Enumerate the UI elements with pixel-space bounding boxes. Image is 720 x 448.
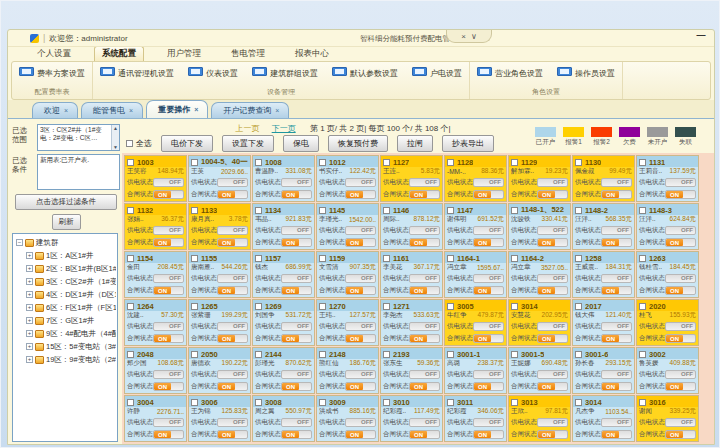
ribbon-button-建筑群组设置[interactable]: 建筑群组设置 <box>251 65 319 81</box>
tree-root[interactable]: −建筑群 <box>16 236 116 249</box>
select-all-control[interactable]: 全选 <box>126 138 152 149</box>
supply-toggle-off[interactable]: OFF <box>217 226 248 235</box>
tree-item[interactable]: +3区：C区2#井（1#变… <box>16 275 116 288</box>
supply-toggle-off[interactable]: OFF <box>153 178 184 187</box>
doc-tab-重要操作[interactable]: 重要操作× <box>146 100 208 118</box>
meter-checkbox[interactable] <box>127 207 134 214</box>
meter-card[interactable]: 1148-3汪洋..624.84元供电状态OFF合闸状态ON <box>636 203 699 250</box>
close-toggle-on[interactable]: ON <box>153 190 184 199</box>
meter-checkbox[interactable] <box>191 159 198 166</box>
ribbon-button-户电设置[interactable]: 户电设置 <box>411 65 463 81</box>
supply-toggle-off[interactable]: OFF <box>345 322 376 331</box>
meter-card[interactable]: 1265张紫珊199.29元供电状态OFF合闸状态ON <box>188 299 251 346</box>
chevron-down-icon[interactable]: ∨ <box>471 32 477 41</box>
expand-icon[interactable]: + <box>26 265 33 272</box>
close-toggle-on[interactable]: ON <box>537 238 568 247</box>
meter-card[interactable]: 1271李尧杰533.63元供电状态OFF合闸状态ON <box>380 299 443 346</box>
supply-toggle-off[interactable]: OFF <box>281 370 312 379</box>
meter-card[interactable]: 2148熊红仙186.76元供电状态OFF合闸状态ON <box>316 347 379 394</box>
meter-checkbox[interactable] <box>639 207 646 214</box>
meter-card[interactable]: 1154金田208.45元供电状态OFF合闸状态ON <box>124 251 187 298</box>
select-all-checkbox[interactable] <box>126 140 133 147</box>
meter-card[interactable]: 3016谢闻339.25元供电状态OFF合闸状态ON <box>636 395 699 442</box>
scroll-down-icon[interactable]: ▼ <box>113 144 118 151</box>
close-toggle-on[interactable]: ON <box>601 190 632 199</box>
supply-toggle-off[interactable]: OFF <box>345 370 376 379</box>
close-toggle-on[interactable]: ON <box>601 430 632 439</box>
expand-icon[interactable]: + <box>26 278 33 285</box>
meter-checkbox[interactable] <box>191 399 198 406</box>
meter-card[interactable]: 2017钱大伟121.40元供电状态OFF合闸状态ON <box>572 299 635 346</box>
meter-card[interactable]: 1133康月真..3.78元供电状态OFF合闸状态ON <box>188 203 251 250</box>
supply-toggle-off[interactable]: OFF <box>601 226 632 235</box>
supply-toggle-off[interactable]: OFF <box>217 370 248 379</box>
collapse-icon[interactable]: − <box>16 239 23 246</box>
close-toggle-on[interactable]: ON <box>537 286 568 295</box>
meter-checkbox[interactable] <box>383 399 390 406</box>
meter-card[interactable]: 3005牛红争479.87元供电状态OFF合闸状态ON <box>444 299 507 346</box>
close-toggle-on[interactable]: ON <box>665 286 696 295</box>
close-toggle-on[interactable]: ON <box>409 238 440 247</box>
meter-card[interactable]: 1164-1冯立章1595.67..供电状态OFF合闸状态ON <box>444 251 507 298</box>
ribbon-tab-用户管理[interactable]: 用户管理 <box>160 47 208 61</box>
meter-card[interactable]: 2193张东生59.36元供电状态OFF合闸状态ON <box>380 347 443 394</box>
supply-toggle-off[interactable]: OFF <box>665 370 696 379</box>
meter-checkbox[interactable] <box>383 255 390 262</box>
meter-checkbox[interactable] <box>255 159 262 166</box>
close-toggle-on[interactable]: ON <box>217 382 248 391</box>
close-toggle-on[interactable]: ON <box>537 382 568 391</box>
close-toggle-on[interactable]: ON <box>473 286 504 295</box>
meter-card[interactable]: 1157钱杰686.99元供电状态OFF合闸状态ON <box>252 251 315 298</box>
supply-toggle-off[interactable]: OFF <box>281 322 312 331</box>
close-toggle-on[interactable]: ON <box>281 382 312 391</box>
meter-card[interactable]: 1269刘国争531.72元供电状态OFF合闸状态ON <box>252 299 315 346</box>
meter-checkbox[interactable] <box>319 207 326 214</box>
supply-toggle-off[interactable]: OFF <box>281 226 312 235</box>
expand-icon[interactable]: + <box>26 343 33 350</box>
close-toggle-on[interactable]: ON <box>281 286 312 295</box>
doc-tab-能管售电[interactable]: 能管售电× <box>81 102 143 118</box>
supply-toggle-off[interactable]: OFF <box>601 322 632 331</box>
tree-item[interactable]: +4区：D区1#井（D区1… <box>16 288 116 301</box>
meter-card[interactable]: 3014凡杰争1103.54..供电状态OFF合闸状态ON <box>572 395 635 442</box>
supply-toggle-off[interactable]: OFF <box>665 226 696 235</box>
supply-toggle-off[interactable]: OFF <box>665 274 696 283</box>
supply-toggle-off[interactable]: OFF <box>409 322 440 331</box>
toolbar-button-设置下发[interactable]: 设置下发 <box>222 135 274 152</box>
meter-card[interactable]: 1131王莉音..137.59元供电状态OFF合闸状态ON <box>636 155 699 202</box>
meter-card[interactable]: 2020桂飞155.93元供电状态OFF合闸状态ON <box>636 299 699 346</box>
close-toggle-on[interactable]: ON <box>217 430 248 439</box>
meter-card[interactable]: 1134韦品..921.83元供电状态OFF合闸状态ON <box>252 203 315 250</box>
meter-checkbox[interactable] <box>575 255 582 262</box>
filter-condition-button[interactable]: 点击选择过滤条件 <box>15 194 117 210</box>
supply-toggle-off[interactable]: OFF <box>153 322 184 331</box>
meter-checkbox[interactable] <box>639 159 646 166</box>
supply-toggle-off[interactable]: OFF <box>281 274 312 283</box>
supply-toggle-off[interactable]: OFF <box>665 418 696 427</box>
close-toggle-on[interactable]: ON <box>537 190 568 199</box>
meter-checkbox[interactable] <box>639 351 646 358</box>
supply-toggle-off[interactable]: OFF <box>345 178 376 187</box>
supply-toggle-off[interactable]: OFF <box>601 418 632 427</box>
close-tab-icon[interactable]: × <box>275 107 279 114</box>
supply-toggle-off[interactable]: OFF <box>537 274 568 283</box>
close-toggle-on[interactable]: ON <box>473 382 504 391</box>
meter-card[interactable]: 3013王欣..97.81元供电状态OFF合闸状态ON <box>508 395 571 442</box>
toolbar-button-保电[interactable]: 保电 <box>283 135 319 152</box>
meter-checkbox[interactable] <box>127 399 134 406</box>
close-toggle-on[interactable]: ON <box>153 430 184 439</box>
close-toggle-on[interactable]: ON <box>345 430 376 439</box>
meter-card[interactable]: 3001-1高璐238.37元供电状态OFF合闸状态ON <box>444 347 507 394</box>
meter-card[interactable]: 1145李瑾光..1542.00..供电状态OFF合闸状态ON <box>316 203 379 250</box>
meter-checkbox[interactable] <box>447 303 454 310</box>
supply-toggle-off[interactable]: OFF <box>473 178 504 187</box>
close-toggle-on[interactable]: ON <box>345 334 376 343</box>
ribbon-button-营业角色设置[interactable]: 营业角色设置 <box>476 65 544 81</box>
expand-icon[interactable]: + <box>26 304 33 311</box>
ribbon-button-默认参数设置[interactable]: 默认参数设置 <box>331 65 399 81</box>
ribbon-tab-个人设置[interactable]: 个人设置 <box>30 47 78 61</box>
meter-checkbox[interactable] <box>255 399 262 406</box>
tree-item[interactable]: +9区：4#配电井（4#配… <box>16 327 116 340</box>
close-toggle-on[interactable]: ON <box>153 334 184 343</box>
minimize-button[interactable]: — <box>694 32 708 42</box>
